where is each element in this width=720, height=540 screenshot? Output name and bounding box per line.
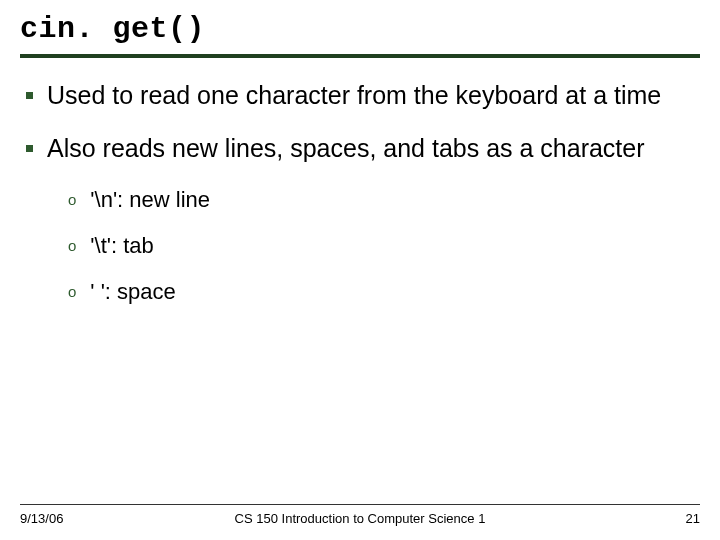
slide-content: Used to read one character from the keyb… — [20, 80, 700, 306]
list-item: o '\t': tab — [68, 233, 700, 259]
footer-course: CS 150 Introduction to Computer Science … — [235, 511, 486, 526]
slide: cin. get() Used to read one character fr… — [0, 0, 720, 540]
slide-title: cin. get() — [20, 12, 700, 52]
bullet-list: Used to read one character from the keyb… — [26, 80, 700, 165]
list-item: Also reads new lines, spaces, and tabs a… — [26, 133, 700, 164]
sub-bullet-icon: o — [68, 283, 76, 300]
footer-page: 21 — [686, 511, 700, 526]
sub-bullet-list: o '\n': new line o '\t': tab o ' ': spac… — [68, 187, 700, 306]
title-divider — [20, 54, 700, 58]
bullet-icon — [26, 145, 33, 152]
sub-bullet-icon: o — [68, 191, 76, 208]
sub-bullet-icon: o — [68, 237, 76, 254]
footer-row: 9/13/06 CS 150 Introduction to Computer … — [20, 511, 700, 526]
footer-divider — [20, 504, 700, 505]
bullet-text: Also reads new lines, spaces, and tabs a… — [47, 133, 645, 164]
sub-bullet-text: '\t': tab — [90, 233, 153, 259]
footer-date: 9/13/06 — [20, 511, 63, 526]
bullet-icon — [26, 92, 33, 99]
slide-footer: 9/13/06 CS 150 Introduction to Computer … — [20, 504, 700, 526]
sub-bullet-text: ' ': space — [90, 279, 175, 305]
sub-bullet-text: '\n': new line — [90, 187, 210, 213]
list-item: Used to read one character from the keyb… — [26, 80, 700, 111]
list-item: o '\n': new line — [68, 187, 700, 213]
list-item: o ' ': space — [68, 279, 700, 305]
bullet-text: Used to read one character from the keyb… — [47, 80, 661, 111]
